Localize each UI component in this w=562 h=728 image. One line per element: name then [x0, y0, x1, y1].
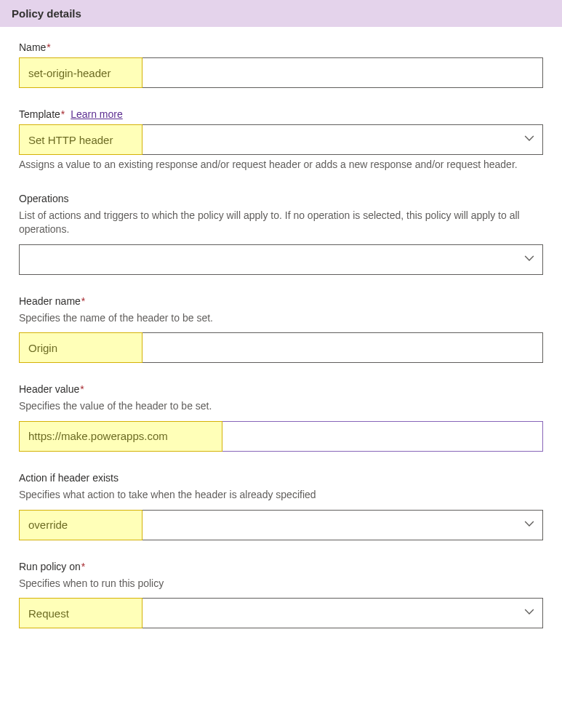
run-policy-on-select[interactable]	[19, 598, 543, 628]
control-name	[19, 57, 543, 88]
label-text-header-name: Header name	[19, 295, 81, 307]
control-header-value	[19, 421, 543, 452]
control-template	[19, 124, 543, 155]
field-header-value: Header value* Specifies the value of the…	[19, 383, 543, 452]
control-run-policy-on	[19, 598, 543, 628]
label-text-header-value: Header value	[19, 383, 79, 395]
header-value-description: Specifies the value of the header to be …	[19, 399, 543, 414]
operations-select[interactable]	[19, 244, 543, 275]
field-template: Template* Learn more Assigns a value to …	[19, 108, 543, 172]
field-action-if-exists: Action if header exists Specifies what a…	[19, 472, 543, 540]
template-select[interactable]	[19, 124, 543, 155]
section-header: Policy details	[0, 0, 562, 27]
label-run-policy-on: Run policy on*	[19, 561, 543, 572]
control-operations	[19, 244, 543, 275]
section-title: Policy details	[12, 7, 81, 20]
required-star: *	[81, 295, 85, 307]
form-body: Name* Template* Learn more Assigns a val…	[0, 27, 562, 668]
label-text-action-if-exists: Action if header exists	[19, 472, 119, 484]
run-policy-on-description: Specifies when to run this policy	[19, 577, 543, 591]
header-name-input[interactable]	[19, 332, 543, 363]
label-operations: Operations	[19, 193, 543, 204]
label-text-run-policy-on: Run policy on	[19, 561, 81, 572]
field-operations: Operations List of actions and triggers …	[19, 193, 543, 275]
required-star: *	[80, 383, 84, 395]
required-star: *	[61, 108, 65, 120]
label-text-name: Name	[19, 41, 46, 53]
field-header-name: Header name* Specifies the name of the h…	[19, 295, 543, 364]
label-name: Name*	[19, 41, 543, 53]
template-description: Assigns a value to an existing response …	[19, 158, 543, 172]
operations-description: List of actions and triggers to which th…	[19, 209, 543, 237]
control-header-name	[19, 332, 543, 363]
required-star: *	[81, 561, 85, 572]
name-input[interactable]	[19, 57, 543, 88]
required-star: *	[47, 41, 50, 53]
header-value-input[interactable]	[19, 421, 543, 452]
label-header-value: Header value*	[19, 383, 543, 395]
label-template: Template* Learn more	[19, 108, 543, 120]
label-header-name: Header name*	[19, 295, 543, 307]
learn-more-link[interactable]: Learn more	[71, 108, 123, 120]
action-if-exists-description: Specifies what action to take when the h…	[19, 488, 543, 503]
field-name: Name*	[19, 41, 543, 88]
label-action-if-exists: Action if header exists	[19, 472, 543, 484]
header-name-description: Specifies the name of the header to be s…	[19, 311, 543, 326]
label-text-operations: Operations	[19, 193, 68, 204]
control-action-if-exists	[19, 510, 543, 540]
label-text-template: Template	[19, 108, 60, 120]
field-run-policy-on: Run policy on* Specifies when to run thi…	[19, 561, 543, 629]
action-if-exists-select[interactable]	[19, 510, 543, 540]
